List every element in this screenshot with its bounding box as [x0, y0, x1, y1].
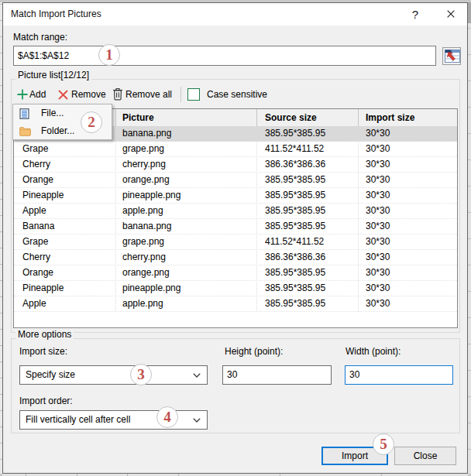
table-cell: 30*30 [366, 250, 454, 265]
add-button[interactable]: Add [29, 90, 46, 100]
table-row[interactable]: Cherrycherry.png386.36*386.3630*30 [14, 157, 457, 173]
table-cell: 386.36*386.36 [265, 250, 361, 265]
folder-icon [19, 127, 31, 136]
table-cell: banana.png [122, 126, 256, 142]
height-label: Height (point): [225, 347, 283, 357]
step-annotation-5: 5 [373, 433, 394, 455]
table-cell: Pineapple [22, 188, 120, 204]
table-cell: 385.95*385.95 [265, 188, 361, 204]
chevron-down-icon [193, 373, 201, 378]
table-cell: 386.36*386.36 [265, 157, 361, 173]
table-cell: 385.95*385.95 [265, 204, 361, 219]
remove-all-button[interactable]: Remove all [125, 90, 172, 100]
table-row[interactable]: Cherrycherry.png386.36*386.3630*30 [14, 250, 457, 265]
match-range-label: Match range: [13, 33, 67, 43]
menu-item-folder-label: Folder... [41, 122, 74, 140]
table-cell: Apple [22, 204, 120, 219]
table-cell: grape.png [122, 235, 256, 250]
import-order-value: Fill vertically cell after cell [26, 411, 130, 429]
table-row[interactable]: Appleapple.png385.95*385.9530*30 [14, 204, 457, 219]
close-icon [447, 10, 455, 18]
table-cell: 30*30 [366, 188, 454, 204]
step-annotation-3: 3 [130, 364, 152, 385]
table-cell: 385.95*385.95 [265, 296, 361, 312]
background-scrollbar-top [468, 2, 471, 23]
table-cell: Cherry [22, 157, 120, 173]
close-dialog-button[interactable]: Close [394, 447, 456, 465]
range-picker-icon [445, 50, 460, 63]
add-icon [17, 89, 28, 100]
table-cell: 30*30 [366, 219, 454, 235]
table-cell: 385.95*385.95 [265, 281, 361, 296]
table-cell: 30*30 [366, 281, 454, 296]
table-cell: Pineapple [22, 281, 120, 296]
table-cell: pineapple.png [122, 281, 256, 296]
match-range-value: $A$1:$A$12 [18, 46, 69, 65]
table-row[interactable]: Grapegrape.png411.52*411.5230*30 [14, 235, 457, 250]
column-gridline [256, 126, 257, 312]
chevron-down-icon [193, 418, 201, 423]
height-input[interactable]: 30 [222, 365, 332, 385]
screen: Match Import Pictures ? Match range: $A$… [0, 0, 471, 476]
table-row[interactable]: Orangeorange.png385.95*385.9530*30 [14, 265, 457, 281]
menu-item-file-label: File... [41, 104, 64, 122]
import-size-label: Import size: [19, 347, 67, 357]
table-cell: apple.png [122, 296, 256, 312]
header-separator [115, 109, 116, 126]
close-button-label: Close [395, 447, 456, 464]
picture-list-group-label: Picture list[12/12] [15, 70, 91, 80]
remove-all-icon [112, 87, 123, 101]
import-size-select[interactable]: Specify size [19, 365, 208, 385]
header-separator [358, 109, 359, 126]
width-input[interactable]: 30 [345, 365, 453, 385]
column-header-import-size[interactable]: Import size [366, 109, 454, 126]
table-row[interactable]: Pineapplepineapple.png385.95*385.9530*30 [14, 188, 457, 204]
toolbar-separator [180, 87, 181, 102]
table-cell: orange.png [122, 265, 256, 281]
table-cell: 385.95*385.95 [265, 265, 361, 281]
table-row[interactable]: Pineapplepineapple.png385.95*385.9530*30 [14, 281, 457, 296]
table-row[interactable]: Grapegrape.png411.52*411.5230*30 [14, 142, 457, 157]
table-cell: orange.png [122, 173, 256, 188]
table-cell: cherry.png [122, 157, 256, 173]
table-cell: 30*30 [366, 265, 454, 281]
column-gridline [115, 126, 116, 312]
column-gridline [358, 126, 359, 312]
step-annotation-4: 4 [156, 406, 178, 428]
table-cell: 411.52*411.52 [265, 142, 361, 157]
case-sensitive-checkbox[interactable] [187, 88, 200, 101]
close-button[interactable] [443, 3, 459, 26]
table-cell: Orange [22, 265, 120, 281]
table-cell: 385.95*385.95 [265, 126, 361, 142]
table-row[interactable]: Appleapple.png385.95*385.9530*30 [14, 296, 457, 312]
step-annotation-2: 2 [81, 111, 102, 133]
table-row[interactable]: Bananabanana.png385.95*385.9530*30 [14, 219, 457, 235]
import-order-label: Import order: [19, 396, 73, 406]
help-icon: ? [412, 8, 418, 21]
picture-table-body: Bananabanana.png385.95*385.9530*30Grapeg… [14, 126, 457, 312]
background-scrollbar-right [468, 2, 471, 474]
table-cell: Banana [22, 219, 120, 235]
help-button[interactable]: ? [408, 3, 422, 26]
column-header-source-size[interactable]: Source size [265, 109, 361, 126]
column-header-picture[interactable]: Picture [122, 109, 256, 126]
case-sensitive-label[interactable]: Case sensitive [207, 90, 267, 100]
table-cell: 30*30 [366, 204, 454, 219]
table-cell: 30*30 [366, 173, 454, 188]
import-order-select[interactable]: Fill vertically cell after cell [19, 410, 208, 430]
more-options-group-label: More options [15, 330, 74, 340]
table-cell: Apple [22, 296, 120, 312]
table-row[interactable]: Orangeorange.png385.95*385.9530*30 [14, 173, 457, 188]
range-picker-button[interactable] [442, 47, 461, 65]
step-annotation-1: 1 [98, 44, 120, 66]
remove-button[interactable]: Remove [71, 90, 106, 100]
table-cell: 30*30 [366, 235, 454, 250]
match-range-input[interactable]: $A$1:$A$12 [13, 46, 436, 66]
table-cell: grape.png [122, 142, 256, 157]
table-cell: 385.95*385.95 [265, 173, 361, 188]
table-cell: banana.png [122, 219, 256, 235]
table-cell: 30*30 [366, 142, 454, 157]
height-value: 30 [227, 366, 237, 384]
remove-icon [58, 90, 68, 100]
table-cell: Cherry [22, 250, 120, 265]
